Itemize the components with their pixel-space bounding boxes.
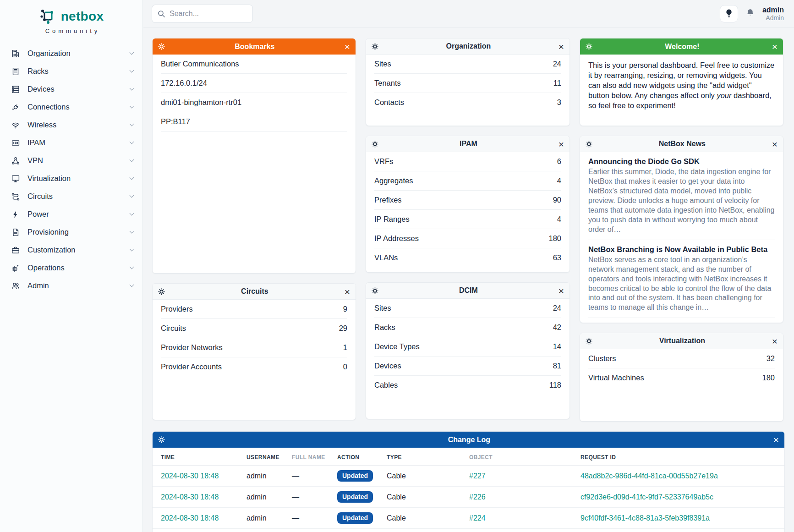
stat-label[interactable]: Sites [374, 304, 391, 313]
chevron-down-icon [130, 104, 134, 109]
column-header-action[interactable]: ACTION [337, 448, 387, 465]
stat-label[interactable]: Providers [161, 305, 193, 313]
chevron-down-icon [130, 122, 134, 126]
stat-row: Circuits 29 [161, 319, 347, 338]
widget-config-gear-icon[interactable] [586, 338, 592, 345]
close-icon[interactable]: × [345, 42, 350, 51]
users-icon [11, 281, 20, 291]
stat-value: 29 [339, 324, 347, 333]
bookmark-item[interactable]: PP:B117 [161, 112, 347, 132]
widget-header: Organization × [366, 38, 569, 55]
full-name-cell: — [292, 467, 337, 485]
stat-label[interactable]: Prefixes [374, 196, 402, 204]
stat-label[interactable]: Tenants [374, 79, 401, 88]
time-link[interactable]: 2024-08-30 18:48 [161, 514, 219, 522]
close-icon[interactable]: × [773, 435, 779, 444]
search-input[interactable] [152, 5, 253, 23]
theme-toggle-button[interactable] [720, 5, 738, 22]
lightbulb-icon [725, 9, 733, 19]
stat-label[interactable]: Virtual Machines [588, 373, 644, 382]
time-link[interactable]: 2024-08-30 18:48 [161, 493, 219, 501]
stat-label[interactable]: Aggregates [374, 176, 413, 185]
news-title-link[interactable]: NetBox Branching is Now Available in Pub… [588, 245, 775, 254]
stat-label[interactable]: Cables [374, 381, 398, 389]
close-icon[interactable]: × [559, 286, 564, 296]
sidebar-item-racks[interactable]: Racks [0, 62, 142, 80]
close-icon[interactable]: × [559, 139, 564, 149]
stat-label[interactable]: Provider Networks [161, 343, 223, 352]
object-link[interactable]: #226 [469, 493, 486, 501]
user-name: admin [762, 5, 784, 14]
object-link[interactable]: #224 [469, 514, 486, 522]
stat-row: Providers 9 [161, 300, 347, 319]
chevron-down-icon [130, 265, 134, 269]
sidebar-item-wireless[interactable]: Wireless [0, 116, 142, 134]
type-cell: Cable [387, 531, 469, 532]
column-header-request-id[interactable]: REQUEST ID [580, 448, 776, 465]
stat-row: Virtual Machines 180 [588, 368, 775, 387]
widget-config-gear-icon[interactable] [372, 287, 378, 294]
stat-label[interactable]: Devices [374, 362, 401, 370]
close-icon[interactable]: × [559, 42, 564, 51]
stat-label[interactable]: Sites [374, 60, 391, 68]
stat-label[interactable]: Circuits [161, 324, 186, 333]
sidebar-item-circuits[interactable]: Circuits [0, 187, 142, 205]
widget-title: Bookmarks [169, 43, 341, 51]
widget-config-gear-icon[interactable] [586, 43, 592, 50]
column-header-type[interactable]: TYPE [387, 448, 469, 465]
netbox-logo[interactable]: netbox [0, 0, 142, 26]
bookmark-item[interactable]: Butler Communications [161, 55, 347, 74]
stat-label[interactable]: Contacts [374, 98, 404, 107]
sidebar-item-vpn[interactable]: VPN [0, 152, 142, 170]
stat-label[interactable]: Clusters [588, 354, 616, 363]
widget-config-gear-icon[interactable] [158, 43, 165, 50]
stat-label[interactable]: IP Ranges [374, 215, 410, 224]
sidebar-item-organization[interactable]: Organization [0, 44, 142, 62]
sidebar-item-ipam[interactable]: IPAM [0, 134, 142, 152]
sidebar-item-operations[interactable]: Operations [0, 259, 142, 277]
sidebar-item-connections[interactable]: Connections [0, 98, 142, 116]
request-id-link[interactable]: cf92d3e6-d09d-41fc-9fd7-52337649ab5c [580, 493, 713, 501]
sidebar-item-label: Power [27, 210, 123, 219]
close-icon[interactable]: × [772, 42, 778, 51]
close-icon[interactable]: × [345, 287, 350, 296]
news-body: Earlier this summer, Diode, the data ing… [588, 167, 775, 235]
stat-label[interactable]: VLANs [374, 253, 398, 262]
user-menu[interactable]: admin Admin [762, 5, 784, 22]
widget-change-log: Change Log × TIME USERNAME FULL NAME ACT… [152, 431, 785, 532]
stat-label[interactable]: Device Types [374, 342, 420, 351]
sidebar-item-admin[interactable]: Admin [0, 277, 142, 295]
widget-config-gear-icon[interactable] [372, 43, 378, 50]
request-id-link[interactable]: 48ad8b2c-986d-44fd-81ca-00d55b27e19a [580, 472, 718, 480]
sidebar-item-power[interactable]: Power [0, 205, 142, 223]
chevron-down-icon [130, 158, 134, 162]
stat-label[interactable]: VRFs [374, 157, 393, 166]
bookmark-item[interactable]: dmi01-binghamton-rtr01 [161, 93, 347, 112]
widget-config-gear-icon[interactable] [372, 141, 378, 148]
request-id-link[interactable]: 9cf40fdf-3461-4c88-81a3-5feb39f8391a [580, 514, 710, 522]
stat-label[interactable]: Racks [374, 323, 395, 332]
stat-row: Racks 42 [374, 318, 561, 337]
sidebar-item-devices[interactable]: Devices [0, 80, 142, 98]
column-header-username[interactable]: USERNAME [246, 448, 292, 465]
stat-label[interactable]: IP Addresses [374, 234, 419, 243]
object-link[interactable]: #227 [469, 472, 486, 480]
close-icon[interactable]: × [772, 336, 778, 346]
time-link[interactable]: 2024-08-30 18:48 [161, 472, 219, 480]
notifications-button[interactable] [745, 8, 755, 19]
widget-config-gear-icon[interactable] [586, 141, 592, 148]
sidebar-item-provisioning[interactable]: Provisioning [0, 223, 142, 241]
news-title-link[interactable]: Announcing the Diode Go SDK [588, 157, 775, 166]
stat-label[interactable]: Provider Accounts [161, 362, 222, 371]
sidebar-item-virtualization[interactable]: Virtualization [0, 170, 142, 187]
close-icon[interactable]: × [772, 139, 778, 149]
bookmark-item[interactable]: 172.16.0.1/24 [161, 74, 347, 93]
stat-value: 1 [343, 343, 347, 352]
stat-row: Sites 24 [374, 55, 561, 74]
widget-config-gear-icon[interactable] [158, 436, 165, 443]
briefcase-icon [11, 246, 20, 255]
sidebar-item-label: Devices [27, 85, 123, 93]
column-header-time[interactable]: TIME [161, 448, 246, 465]
sidebar-item-customization[interactable]: Customization [0, 241, 142, 259]
widget-config-gear-icon[interactable] [158, 288, 165, 295]
